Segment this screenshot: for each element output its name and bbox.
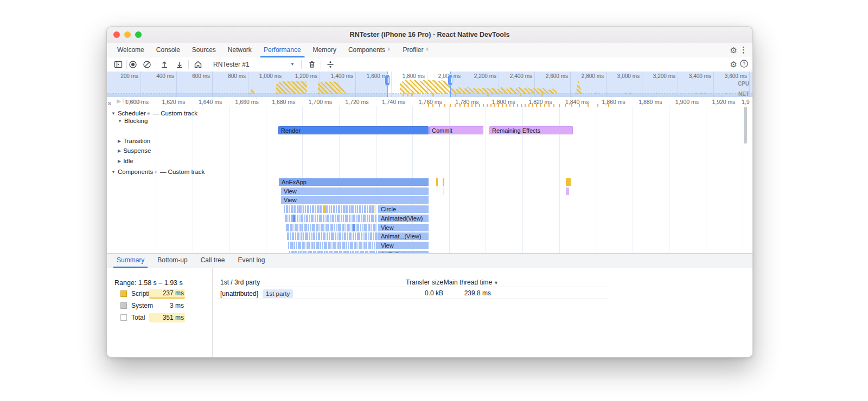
component-sliver-highlight[interactable]: [292, 215, 295, 222]
component-sliver[interactable]: [349, 232, 352, 240]
component-sliver[interactable]: [316, 224, 318, 231]
component-sliver[interactable]: [305, 232, 308, 240]
component-sliver[interactable]: [309, 232, 310, 240]
details-tab-call-tree[interactable]: Call tree: [194, 254, 232, 268]
component-sliver[interactable]: [326, 224, 328, 231]
component-sliver[interactable]: [292, 232, 294, 240]
component-sliver[interactable]: [329, 232, 330, 240]
component-sliver[interactable]: [336, 205, 337, 213]
tab-sources[interactable]: Sources: [186, 43, 222, 57]
component-sliver[interactable]: [294, 205, 296, 213]
component-sliver[interactable]: [291, 215, 292, 222]
component-sliver[interactable]: [338, 224, 341, 231]
tab-profiler[interactable]: Profiler✳: [397, 43, 436, 57]
timeline-main[interactable]: ▶Timings s ▼Scheduler✳ — Custom track ▼B…: [107, 97, 752, 253]
target-select[interactable]: RNTester #1: [213, 59, 297, 70]
component-sliver[interactable]: [349, 215, 350, 222]
component-sliver[interactable]: [323, 215, 324, 222]
component-sliver[interactable]: [298, 205, 302, 213]
timeline-overview[interactable]: 200 ms400 ms600 ms800 ms1,000 ms1,200 ms…: [107, 72, 752, 98]
component-sliver[interactable]: [323, 224, 324, 231]
clear-icon[interactable]: [142, 59, 152, 70]
component-sliver[interactable]: [289, 215, 290, 222]
component-sliver[interactable]: [311, 232, 312, 240]
component-sliver[interactable]: [310, 205, 311, 213]
component-sliver[interactable]: [344, 232, 346, 240]
component-sliver[interactable]: [312, 205, 314, 213]
component-sliver[interactable]: [308, 224, 309, 231]
flame-bar-commit[interactable]: Commit: [429, 126, 483, 134]
col-header-main-thread-time[interactable]: Main thread time▼: [400, 279, 499, 286]
component-sliver[interactable]: [329, 205, 330, 213]
stray-event-mark[interactable]: [566, 178, 571, 186]
save-profile-icon[interactable]: [174, 59, 185, 70]
component-bar[interactable]: Animat...(View): [378, 232, 429, 240]
flame-bar-render[interactable]: Render: [278, 126, 429, 134]
capture-settings-gear-icon[interactable]: ⚙: [730, 60, 737, 69]
component-bar[interactable]: View: [378, 242, 429, 249]
component-sliver[interactable]: [361, 242, 362, 249]
component-sliver[interactable]: [297, 205, 298, 213]
stray-event-mark[interactable]: [443, 178, 444, 186]
component-sliver[interactable]: [371, 224, 372, 231]
component-sliver[interactable]: [375, 224, 376, 231]
component-sliver[interactable]: [371, 215, 374, 222]
component-sliver[interactable]: [336, 224, 337, 231]
component-sliver[interactable]: [334, 224, 335, 231]
component-sliver[interactable]: [373, 232, 374, 240]
component-sliver[interactable]: [297, 224, 298, 231]
component-sliver-highlight[interactable]: [374, 205, 376, 213]
component-sliver[interactable]: [370, 232, 372, 240]
component-sliver[interactable]: [346, 205, 348, 213]
component-sliver[interactable]: [373, 224, 375, 231]
component-sliver[interactable]: [304, 224, 307, 231]
flame-chart[interactable]: RenderCommitRemaining EffectsAnExAppView…: [107, 97, 752, 253]
component-sliver[interactable]: [368, 224, 370, 231]
component-sliver[interactable]: [327, 215, 329, 222]
component-sliver[interactable]: [354, 242, 356, 249]
component-bar[interactable]: View: [281, 196, 429, 204]
component-sliver[interactable]: [303, 205, 304, 213]
component-sliver[interactable]: [365, 232, 367, 240]
component-sliver[interactable]: [321, 232, 322, 240]
component-sliver[interactable]: [328, 242, 330, 249]
component-sliver[interactable]: [340, 242, 341, 249]
tab-welcome[interactable]: Welcome: [111, 43, 150, 57]
component-sliver[interactable]: [342, 232, 343, 240]
component-sliver[interactable]: [290, 232, 291, 240]
component-sliver[interactable]: [346, 242, 347, 249]
component-sliver[interactable]: [368, 232, 369, 240]
component-sliver[interactable]: [297, 215, 298, 222]
tab-performance[interactable]: Performance: [258, 43, 307, 57]
component-sliver[interactable]: [335, 215, 336, 222]
component-sliver[interactable]: [361, 215, 362, 222]
component-sliver[interactable]: [362, 205, 363, 213]
component-sliver[interactable]: [367, 205, 368, 213]
component-sliver[interactable]: [338, 205, 340, 213]
stray-event-mark[interactable]: [436, 178, 438, 186]
component-sliver[interactable]: [348, 242, 349, 249]
component-sliver[interactable]: [353, 215, 355, 222]
component-sliver[interactable]: [289, 205, 290, 213]
component-sliver[interactable]: [341, 205, 342, 213]
tab-components[interactable]: Components✳: [342, 43, 397, 57]
component-sliver[interactable]: [363, 242, 366, 249]
component-sliver[interactable]: [299, 224, 302, 231]
component-sliver[interactable]: [364, 205, 366, 213]
settings-gear-icon[interactable]: ⚙: [730, 46, 737, 55]
component-sliver[interactable]: [362, 224, 363, 231]
component-sliver[interactable]: [360, 224, 361, 231]
component-bar[interactable]: Circle: [378, 205, 429, 213]
component-sliver[interactable]: [311, 242, 314, 249]
component-sliver[interactable]: [286, 205, 288, 213]
tab-network[interactable]: Network: [222, 43, 258, 57]
component-sliver[interactable]: [327, 232, 328, 240]
tab-console[interactable]: Console: [150, 43, 186, 57]
component-sliver[interactable]: [369, 215, 370, 222]
home-icon[interactable]: [193, 59, 203, 70]
component-bar[interactable]: AnExApp: [279, 178, 429, 186]
details-tab-event-log[interactable]: Event log: [231, 254, 271, 268]
component-sliver[interactable]: [317, 205, 320, 213]
component-sliver[interactable]: [326, 215, 327, 222]
component-sliver[interactable]: [330, 242, 331, 249]
